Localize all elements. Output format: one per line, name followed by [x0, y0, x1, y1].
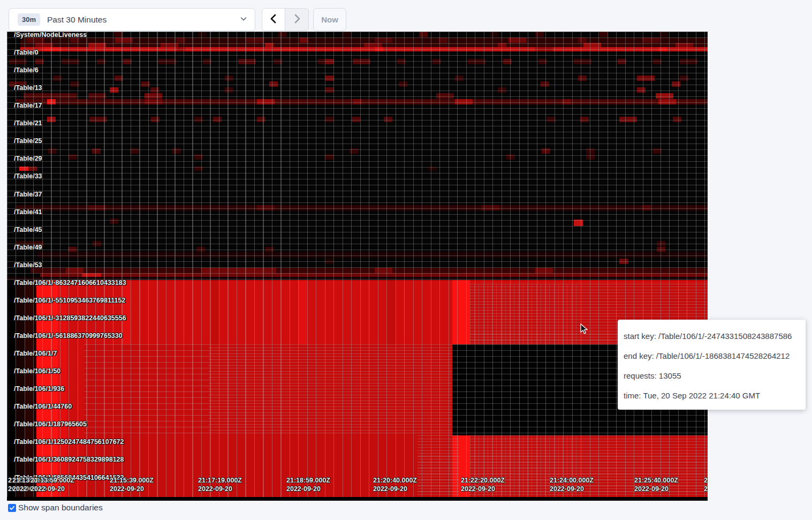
heat-region	[637, 87, 646, 93]
heat-region	[246, 37, 264, 43]
heat-region	[66, 268, 84, 273]
heat-region	[375, 268, 392, 273]
heat-region	[31, 268, 708, 273]
heat-region	[325, 154, 333, 160]
heat-region	[325, 87, 334, 93]
show-span-boundaries-checkbox[interactable]	[8, 504, 16, 512]
heat-region	[194, 167, 203, 171]
heat-region	[397, 59, 406, 64]
heat-region	[115, 32, 123, 37]
heat-region	[659, 32, 668, 37]
heat-region	[58, 280, 67, 497]
heat-region	[93, 241, 101, 246]
heat-region	[653, 59, 662, 64]
now-button[interactable]: Now	[313, 8, 346, 31]
heat-region	[115, 37, 133, 43]
heat-region	[158, 59, 176, 64]
heat-region	[82, 273, 101, 277]
heat-region	[7, 497, 708, 501]
heat-region	[470, 435, 708, 496]
heat-region	[574, 220, 583, 226]
heat-region	[201, 268, 276, 273]
prev-time-button[interactable]	[262, 9, 285, 31]
heat-region	[653, 148, 662, 154]
heat-region	[9, 59, 27, 64]
tooltip-line: end key: /Table/106/1/-18683814745282642…	[624, 346, 799, 366]
heat-region	[455, 76, 464, 81]
heat-region	[97, 59, 105, 64]
heat-region	[343, 32, 351, 37]
heat-region	[656, 93, 673, 99]
heat-region	[535, 268, 553, 273]
keyvis-heatmap[interactable]: /System/NodeLiveness/Table/0/Table/6/Tab…	[7, 32, 708, 501]
heat-region	[375, 47, 383, 51]
heat-region	[62, 32, 70, 37]
time-window-label: Past 30 Minutes	[47, 15, 240, 25]
heat-region	[352, 117, 360, 122]
heat-region	[490, 32, 498, 37]
heat-region	[538, 59, 547, 64]
key-visualizer-page: 30m Past 30 Minutes Now /System/NodeLive…	[0, 0, 812, 520]
heat-region	[62, 59, 79, 64]
heat-region	[274, 59, 282, 64]
show-span-boundaries-label: Show span boundaries	[18, 503, 103, 513]
heat-region	[325, 76, 334, 81]
heat-region	[177, 37, 185, 43]
heat-region	[325, 117, 333, 122]
heat-region	[535, 47, 553, 51]
heat-region	[16, 280, 25, 497]
heat-region	[71, 37, 79, 43]
heat-region	[47, 117, 56, 122]
heat-region	[145, 93, 162, 99]
heat-region	[350, 148, 358, 154]
heat-region	[300, 37, 308, 43]
heat-region	[172, 148, 181, 154]
heat-region	[325, 259, 333, 264]
heat-region	[325, 59, 334, 64]
row-label: /Table/33	[14, 172, 42, 180]
heat-region	[210, 280, 219, 344]
heat-region	[618, 59, 626, 64]
heat-region	[36, 280, 58, 497]
footer: Show span boundaries	[8, 503, 103, 513]
heat-region	[619, 259, 628, 264]
heat-region	[658, 99, 676, 104]
heat-region	[194, 154, 203, 160]
heat-region	[24, 93, 77, 99]
heat-region	[547, 117, 556, 122]
time-window-dropdown[interactable]: 30m Past 30 Minutes	[9, 8, 255, 31]
heat-region	[541, 81, 549, 87]
heat-region	[672, 81, 680, 87]
heat-region	[642, 37, 660, 43]
heat-region	[578, 76, 587, 81]
row-label: /Table/29	[14, 155, 42, 162]
heat-region	[9, 81, 27, 87]
heat-region	[673, 117, 681, 122]
heat-region	[386, 280, 396, 344]
heat-region	[257, 117, 265, 122]
time-nav-group	[262, 8, 309, 31]
heat-region	[542, 148, 550, 154]
heat-region	[399, 81, 407, 87]
heat-region	[364, 43, 382, 47]
heat-region	[278, 32, 287, 37]
heat-region	[580, 117, 589, 122]
heat-region	[88, 205, 106, 210]
heat-region	[110, 218, 118, 224]
heat-region	[586, 148, 595, 154]
heat-region	[238, 59, 256, 64]
heat-region	[225, 76, 233, 81]
heat-region	[599, 32, 608, 37]
row-label: /Table/21	[14, 119, 42, 127]
tooltip-line: requests: 13055	[624, 366, 799, 386]
grid-overlay	[7, 32, 708, 280]
heat-region	[130, 148, 139, 154]
next-time-button[interactable]	[285, 9, 308, 31]
heat-region	[637, 76, 655, 81]
heat-region	[20, 47, 708, 51]
heat-region	[455, 99, 473, 104]
heat-region	[88, 93, 106, 99]
heat-region	[19, 167, 28, 171]
heat-region	[562, 99, 571, 104]
heat-region	[53, 76, 62, 81]
